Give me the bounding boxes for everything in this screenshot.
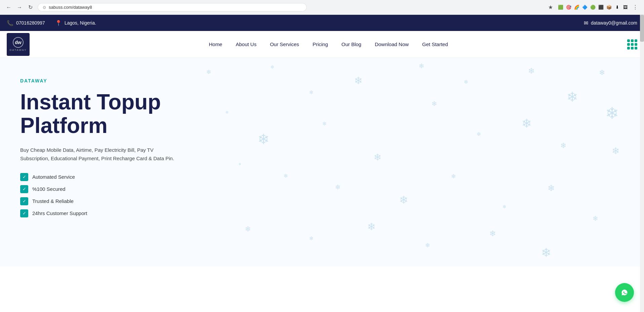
forward-button[interactable]: →: [15, 3, 24, 12]
more-menu[interactable]: ⋮: [631, 3, 640, 12]
nav-services[interactable]: Our Services: [263, 31, 306, 58]
back-button[interactable]: ←: [4, 3, 13, 12]
snowflake: ❄: [367, 221, 376, 233]
snowflake: ❄: [354, 75, 363, 86]
snowflake: ❄: [425, 242, 430, 249]
nav-links: Home About Us Our Services Pricing Our B…: [202, 31, 455, 58]
snowflake: ❄: [477, 131, 481, 137]
grid-dot-9: [635, 47, 637, 49]
hero-title: Instant Topup Platform: [20, 90, 182, 138]
feature-item-4: ✓ 24hrs Customer Support: [20, 209, 182, 217]
nav-about[interactable]: About Us: [229, 31, 263, 58]
snowflake: ❄: [464, 79, 468, 85]
snowflake: ❄: [322, 120, 327, 127]
ext-4[interactable]: 🔷: [581, 4, 588, 11]
hero-brand: DATAWAY: [20, 78, 182, 83]
location-text: Lagos, Nigeria.: [65, 20, 96, 26]
nav-download-link[interactable]: Download Now: [368, 31, 415, 58]
nav-blog[interactable]: Our Blog: [335, 31, 368, 58]
nav-services-link[interactable]: Our Services: [263, 31, 306, 58]
ext-6[interactable]: ⬛: [598, 4, 604, 11]
hero-title-line1: Instant Topup: [20, 90, 161, 114]
ext-5[interactable]: 🟢: [590, 4, 596, 11]
top-bar: 📞 07016280997 📍 Lagos, Nigeria. ✉ datawa…: [0, 15, 644, 31]
snowflake: ❄: [258, 131, 269, 147]
snowflake: ❄: [612, 145, 619, 157]
nav-download[interactable]: Download Now: [368, 31, 415, 58]
snowflake: ❄: [567, 89, 578, 105]
grid-dot-4: [627, 43, 630, 46]
grid-dot-5: [631, 43, 634, 46]
top-bar-left: 📞 07016280997 📍 Lagos, Nigeria.: [7, 20, 96, 26]
snowflake: ❄: [283, 173, 288, 179]
snowflake: ❄: [502, 204, 506, 209]
nav-blog-link[interactable]: Our Blog: [335, 31, 368, 58]
feature-label-4: 24hrs Customer Support: [32, 210, 87, 216]
grid-dot-3: [635, 39, 637, 42]
top-bar-right: ✉ dataway0@gmail.com: [584, 20, 637, 26]
bookmark-icon[interactable]: ★: [546, 3, 555, 12]
snowflake: ❄: [399, 194, 408, 206]
snowflake: ❄: [541, 246, 551, 260]
nav-get-started-link[interactable]: Get Started: [415, 31, 455, 58]
logo[interactable]: dw DATAWAY: [7, 33, 30, 56]
ext-9[interactable]: 🖼: [622, 4, 629, 11]
check-icon-1: ✓: [20, 173, 28, 181]
ext-1[interactable]: 🟩: [557, 4, 564, 11]
feature-label-3: Trusted & Reliable: [32, 198, 74, 204]
nav-pricing[interactable]: Pricing: [306, 31, 335, 58]
snowflake: ❄: [431, 100, 437, 108]
snowflake: ❄: [245, 225, 251, 234]
ext-8[interactable]: ⬇: [614, 4, 620, 11]
nav-home-link[interactable]: Home: [202, 31, 229, 58]
grid-dot-8: [631, 47, 634, 49]
grid-dot-6: [635, 43, 637, 46]
security-icon: ⊙: [43, 5, 46, 10]
ext-7[interactable]: 📦: [606, 4, 612, 11]
check-icon-4: ✓: [20, 209, 28, 217]
snowflake: ❄: [451, 173, 456, 180]
nav-home[interactable]: Home: [202, 31, 229, 58]
logo-circle: dw: [13, 37, 24, 48]
location-item: 📍 Lagos, Nigeria.: [55, 20, 96, 26]
grid-dot-7: [627, 47, 630, 49]
snowflake: ❄: [528, 66, 535, 76]
ext-3[interactable]: 🌈: [573, 4, 580, 11]
grid-menu-icon[interactable]: [627, 39, 637, 49]
snowflake: ❄: [309, 89, 313, 96]
reload-button[interactable]: ↻: [26, 3, 35, 12]
nav-pricing-link[interactable]: Pricing: [306, 31, 335, 58]
snowflake: ❄: [560, 141, 566, 150]
feature-list: ✓ Automated Service ✓ %100 Secured ✓ Tru…: [20, 173, 182, 217]
phone-item: 📞 07016280997: [7, 20, 45, 26]
extension-icons: 🟩 🎯 🌈 🔷 🟢 ⬛ 📦 ⬇ 🖼: [557, 4, 629, 11]
location-icon: 📍: [55, 20, 62, 26]
snowflake: ❄: [489, 229, 496, 238]
nav-about-link[interactable]: About Us: [229, 31, 263, 58]
snowflake: ❄: [599, 68, 605, 77]
snowflake: ❄: [270, 64, 274, 70]
snowflake: ❄: [206, 68, 211, 76]
snowflake: ❄: [547, 183, 555, 194]
snowflake: ❄: [335, 183, 341, 191]
logo-inner: dw DATAWAY: [9, 37, 27, 51]
browser-nav: ← → ↻: [4, 3, 35, 12]
address-bar[interactable]: ⊙ sabuss.com/dataway8: [38, 3, 307, 11]
feature-label-1: Automated Service: [32, 174, 75, 180]
scrollbar-thumb[interactable]: [640, 15, 644, 42]
navigation: dw DATAWAY Home About Us Our Services Pr…: [0, 31, 644, 58]
hero-content: DATAWAY Instant Topup Platform Buy Cheap…: [20, 78, 182, 217]
scrollbar-track[interactable]: [640, 15, 644, 267]
check-icon-3: ✓: [20, 197, 28, 205]
snowflake: ❄: [419, 62, 424, 70]
hero-title-line2: Platform: [20, 113, 108, 138]
browser-chrome: ← → ↻ ⊙ sabuss.com/dataway8 ★ 🟩 🎯 🌈 🔷 🟢 …: [0, 0, 644, 15]
hero-description: Buy Cheap Mobile Data, Airtime, Pay Elec…: [20, 146, 182, 163]
feature-label-2: %100 Secured: [32, 186, 65, 192]
snowflake: ❄: [225, 110, 229, 115]
nav-get-started[interactable]: Get Started: [415, 31, 455, 58]
snowflake: ❄: [593, 214, 598, 222]
ext-2[interactable]: 🎯: [565, 4, 572, 11]
snowflake: ❄: [238, 162, 241, 166]
grid-dot-2: [631, 39, 634, 42]
